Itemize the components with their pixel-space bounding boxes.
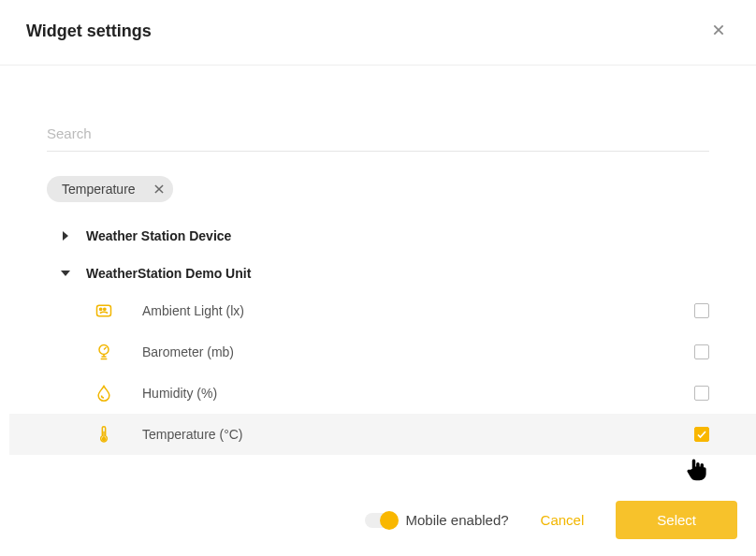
- barometer-icon: [94, 342, 114, 362]
- toggle-knob: [380, 511, 399, 530]
- chevron-right-icon: [56, 231, 75, 241]
- mobile-enabled-label: Mobile enabled?: [406, 512, 509, 528]
- cancel-button[interactable]: Cancel: [533, 503, 592, 537]
- tree-node-weather-station-device[interactable]: Weather Station Device: [56, 219, 709, 253]
- filter-chip-temperature[interactable]: Temperature: [47, 176, 173, 202]
- tree-node-weatherstation-demo-unit[interactable]: WeatherStation Demo Unit: [56, 256, 709, 290]
- sensor-label: Temperature (°C): [142, 427, 694, 442]
- search-input[interactable]: [47, 122, 709, 145]
- tree-node-label: WeatherStation Demo Unit: [86, 266, 251, 281]
- sensor-row-temperature[interactable]: Temperature (°C): [9, 414, 756, 455]
- sensor-label: Ambient Light (lx): [142, 303, 694, 318]
- ambient-light-icon: [94, 300, 114, 321]
- close-button[interactable]: [707, 19, 730, 44]
- tree-node-label: Weather Station Device: [86, 228, 231, 243]
- sensor-checkbox-ambient[interactable]: [694, 303, 709, 318]
- search-row: [47, 122, 709, 152]
- sensor-label: Barometer (mb): [142, 344, 694, 359]
- svg-point-5: [100, 308, 102, 310]
- svg-point-13: [103, 438, 106, 441]
- sensor-checkbox-temperature[interactable]: [694, 427, 709, 442]
- select-button[interactable]: Select: [616, 501, 737, 539]
- svg-line-8: [104, 347, 107, 350]
- device-tree: Weather Station Device WeatherStation De…: [56, 219, 709, 455]
- svg-point-6: [104, 308, 106, 310]
- mobile-enabled-toggle[interactable]: [365, 513, 397, 528]
- dialog-header: Widget settings: [0, 0, 756, 66]
- chip-label: Temperature: [62, 182, 136, 197]
- close-icon: [711, 26, 726, 40]
- sensor-row-barometer[interactable]: Barometer (mb): [9, 331, 756, 373]
- dialog-footer: Mobile enabled? Cancel Select: [365, 501, 738, 539]
- humidity-icon: [94, 383, 114, 403]
- sensor-label: Humidity (%): [142, 386, 694, 401]
- mobile-enabled-toggle-wrap: Mobile enabled?: [365, 512, 509, 528]
- sensor-row-humidity[interactable]: Humidity (%): [9, 373, 756, 414]
- widget-settings-dialog: Widget settings Temperature: [0, 0, 756, 556]
- dialog-body: Temperature Weather Station Device Weath…: [0, 66, 756, 556]
- dialog-title: Widget settings: [26, 22, 152, 41]
- sensor-checkbox-barometer[interactable]: [694, 344, 709, 359]
- sensor-checkbox-humidity[interactable]: [694, 386, 709, 401]
- sensor-list: Ambient Light (lx): [9, 290, 756, 455]
- sensor-row-ambient-light[interactable]: Ambient Light (lx): [9, 290, 756, 331]
- chip-remove-icon[interactable]: [153, 183, 166, 196]
- chevron-down-icon: [56, 269, 75, 278]
- temperature-icon: [94, 424, 114, 445]
